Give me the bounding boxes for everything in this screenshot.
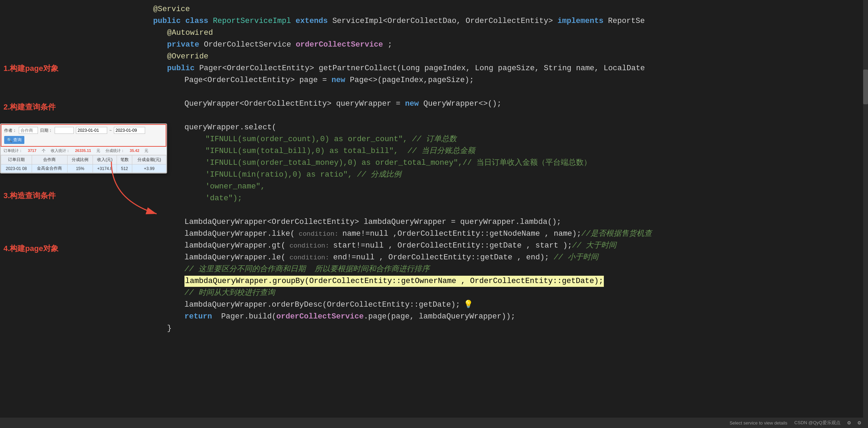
token-groupby: lambdaQueryWrapper.groupBy(OrderCollectE…: [184, 276, 604, 287]
annotation-3: 3.构造查询条件: [3, 191, 56, 201]
label-date: 日期：: [40, 128, 53, 134]
date-separator: ~: [109, 128, 112, 133]
token-gt: lambdaQueryWrapper.gt(: [184, 240, 285, 251]
token-qw: QueryWrapper<OrderCollectEntity> queryWr…: [184, 98, 405, 110]
code-line-25: // 时间从大到校进行查询: [150, 287, 868, 299]
code-line-11: queryWrapper.select(: [150, 122, 868, 134]
annotation-4: 4.构建page对象: [3, 243, 58, 254]
token-le-hint: condition:: [285, 252, 333, 263]
stat-orders-unit: 个: [42, 148, 46, 153]
col-split: 分成金额(元): [132, 155, 166, 164]
token-str3: 'IFNULL(sum(order_total_money),0) as ord…: [205, 158, 591, 169]
status-bar: Select service to view details CSDN @QyQ…: [0, 418, 868, 428]
stat-income-unit: 元: [96, 148, 100, 153]
label-author: 作者：: [4, 128, 17, 134]
scrollbar[interactable]: [863, 0, 868, 428]
token-extends: extends: [295, 16, 332, 27]
token-override: @Override: [167, 51, 208, 62]
token-str6: 'date");: [205, 193, 242, 204]
code-area: @Service public class ReportServiceImpl …: [150, 0, 868, 418]
code-line-16: 'owner_name",: [150, 181, 868, 193]
cell-income: +3174.8: [93, 164, 117, 173]
code-line-21: lambdaQueryWrapper.gt( condition: start!…: [150, 240, 868, 252]
table-row[interactable]: 2023-01 08 金高金合作商 15% +3174.8 512 +3.99: [1, 164, 166, 173]
bulb-icon: 💡: [464, 299, 473, 310]
token-service-var: orderCollectService: [296, 39, 383, 50]
token-interface: ReportSe: [608, 16, 645, 27]
token-comment-sort: // 这里要区分不同的合作商和日期 所以要根据时间和合作商进行排序: [184, 264, 429, 275]
token-pager-return: Pager<OrderCollectEntity> getPartnerColl…: [199, 63, 645, 74]
cell-date: 2023-01 08: [1, 164, 32, 173]
token-close-brace: }: [167, 323, 172, 334]
token-lqw: LambdaQueryWrapper<OrderCollectEntity> l…: [184, 217, 561, 228]
token-autowired: @Autowired: [167, 27, 213, 39]
settings-icon[interactable]: ⚙: [847, 419, 851, 426]
code-line-23: // 这里要区分不同的合作商和日期 所以要根据时间和合作商进行排序: [150, 264, 868, 275]
code-line-24: lambdaQueryWrapper.groupBy(OrderCollectE…: [150, 275, 868, 287]
token-le-comment: // 小于时间: [549, 252, 598, 263]
col-date: 订单日期: [1, 155, 32, 164]
token-like-hint: condition:: [295, 228, 342, 240]
stat-income-val: 26335.11: [75, 148, 91, 153]
token-classname: ReportServiceImpl: [213, 16, 296, 27]
token-like-comment: //是否根据售货机查: [581, 228, 652, 240]
code-line-6: public Pager<OrderCollectEntity> getPart…: [150, 63, 868, 74]
stat-income-label: 收入统计：: [51, 148, 70, 153]
token-page-var: Page<OrderCollectEntity> page =: [184, 75, 331, 86]
ui-widget: 作者： 日期： ~ 🔍 查询 订单统计： 3717 个 收入统计： 26335.…: [0, 123, 167, 173]
token-gt-hint: condition:: [285, 240, 333, 251]
code-line-18: [150, 204, 868, 216]
token-extends-class: ServiceImpl<OrderCollectDao, OrderCollec…: [332, 16, 558, 27]
code-line-14: 'IFNULL(sum(order_total_money),0) as ord…: [150, 157, 868, 169]
annotation-2: 2.构建查询条件: [3, 102, 56, 112]
search-button[interactable]: 🔍 查询: [4, 136, 24, 144]
cell-split: +3.99: [132, 164, 166, 173]
token-gt-comment: // 大于时间: [572, 240, 617, 251]
token-gt-rest: , OrderCollectEntity::getDate , start );: [384, 240, 572, 251]
code-line-8: [150, 86, 868, 98]
code-line-1: @Service: [150, 3, 868, 15]
token-service-ann: @Service: [153, 4, 190, 15]
token-public2: public: [167, 63, 199, 74]
code-line-12: "IFNULL(sum(order_count),0) as order_cou…: [150, 134, 868, 145]
token-semicolon1: ;: [383, 39, 392, 50]
token-comment3: // 分成比例: [352, 169, 401, 180]
token-str5: 'owner_name",: [205, 181, 265, 192]
code-line-19: LambdaQueryWrapper<OrderCollectEntity> l…: [150, 216, 868, 228]
code-line-27: return Pager.build( orderCollectService …: [150, 311, 868, 323]
token-str2: "IFNULL(sum(total_bill),0) as total_bill…: [205, 146, 399, 157]
date-from-input[interactable]: [76, 127, 107, 134]
code-line-3: @Autowired: [150, 27, 868, 39]
token-service-type: OrderCollectService: [204, 39, 296, 50]
search-btn-label: 查询: [13, 137, 22, 143]
stat-orders-val: 3717: [28, 148, 36, 153]
author-input[interactable]: [19, 127, 38, 134]
token-qw-select: queryWrapper.select(: [184, 122, 276, 133]
token-public: public: [153, 16, 185, 27]
date-to-input[interactable]: [114, 127, 145, 134]
cell-ratio: 15%: [68, 164, 93, 173]
scrollbar-thumb[interactable]: [863, 70, 868, 104]
cell-count: 512: [117, 164, 132, 173]
table-header-row: 订单日期 合作商 分成比例 收入(元) 笔数 分成金额(元): [1, 155, 166, 164]
token-like-cond: name!=null: [342, 228, 388, 240]
data-table: 订单日期 合作商 分成比例 收入(元) 笔数 分成金额(元) 2023-01 0…: [1, 155, 166, 173]
token-gt-cond: start!=null: [333, 240, 384, 251]
code-line-2: public class ReportServiceImpl extends S…: [150, 15, 868, 27]
token-ocs: orderCollectService: [276, 311, 364, 322]
token-comment-time: // 时间从大到校进行查询: [184, 288, 275, 299]
token-like: lambdaQueryWrapper.like(: [184, 228, 295, 240]
col-partner: 合作商: [32, 155, 67, 164]
token-le-cond: end!=null: [333, 252, 374, 263]
token-return: return: [184, 311, 216, 322]
token-class: class: [185, 16, 213, 27]
code-line-26: lambdaQueryWrapper.orderByDesc(OrderColl…: [150, 299, 868, 311]
date-input-empty[interactable]: [55, 127, 74, 134]
settings-icon2[interactable]: ⚙: [858, 419, 861, 426]
stat-split-val: 35.42: [130, 148, 140, 153]
code-line-9: QueryWrapper<OrderCollectEntity> queryWr…: [150, 98, 868, 110]
code-line-17: 'date");: [150, 193, 868, 204]
search-icon: 🔍: [7, 138, 12, 143]
token-return-page: .page(page, lambdaQueryWrapper));: [364, 311, 515, 322]
left-panel: 1.构建page对象 2.构建查询条件 3.构造查询条件 4.构建page对象: [0, 0, 150, 428]
